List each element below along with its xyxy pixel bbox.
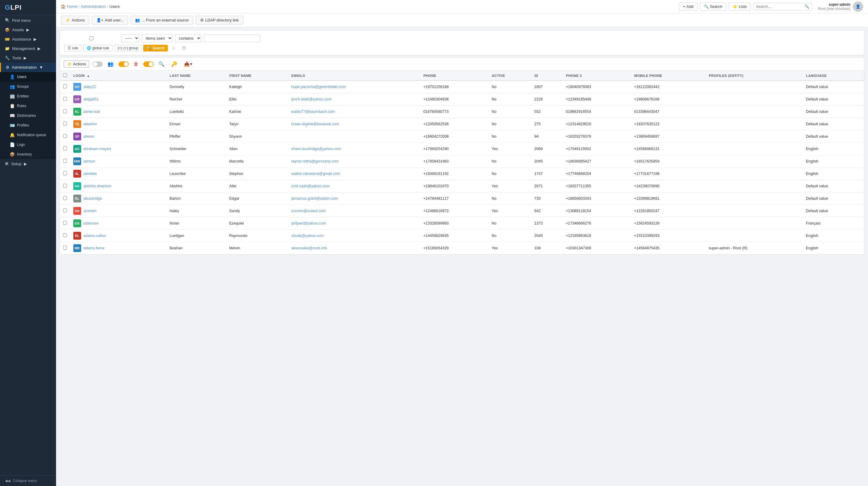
bookmark-icon[interactable]: ☆ bbox=[169, 45, 178, 52]
col-phone2[interactable]: PHONE 2 bbox=[563, 71, 631, 80]
col-first-name[interactable]: FIRST NAME bbox=[226, 71, 288, 80]
global-rule-button[interactable]: 🌐 global rule bbox=[83, 45, 112, 52]
email-link[interactable]: qhilpert@yahoo.com bbox=[291, 221, 326, 225]
email-link[interactable]: zcronin@zulauf.com bbox=[291, 209, 325, 213]
filter-contains-select[interactable]: contains bbox=[175, 34, 202, 42]
row-checkbox[interactable] bbox=[63, 196, 67, 200]
col-language[interactable]: LANGUAGE bbox=[803, 71, 864, 80]
breadcrumb-administration[interactable]: Administration bbox=[81, 4, 106, 9]
col-emails[interactable]: EMAILS bbox=[288, 71, 420, 80]
row-checkbox[interactable] bbox=[63, 246, 67, 250]
user-login-link[interactable]: aboehm bbox=[84, 122, 97, 126]
add-user-button[interactable]: 👤+ Add user... bbox=[92, 16, 128, 25]
wrench-icon[interactable]: 🔑 bbox=[169, 60, 179, 68]
user-login-link[interactable]: aborer bbox=[84, 134, 94, 139]
col-active[interactable]: ACTIVE bbox=[489, 71, 531, 80]
col-last-name[interactable]: LAST NAME bbox=[166, 71, 226, 80]
col-id[interactable]: ID bbox=[531, 71, 563, 80]
export-icon[interactable]: 📤▾ bbox=[182, 60, 194, 68]
magnifier-icon[interactable]: 🔍 bbox=[157, 60, 166, 68]
row-checkbox[interactable] bbox=[63, 221, 67, 225]
sidebar-item-logs[interactable]: 📄 Logs bbox=[0, 140, 56, 150]
group-button[interactable]: (+) (+) group bbox=[114, 45, 142, 52]
select-all-checkbox[interactable] bbox=[63, 73, 67, 77]
people-icon[interactable]: 👥 bbox=[106, 60, 115, 68]
collapse-menu-button[interactable]: ◀◀ Collapse menu bbox=[0, 476, 56, 486]
sidebar-item-dictionaries[interactable]: 📖 Dictionaries bbox=[0, 111, 56, 121]
email-link[interactable]: wkassulke@roob.info bbox=[291, 246, 327, 250]
sidebar-item-notification-queue[interactable]: 🔔 Notification queue bbox=[0, 130, 56, 140]
external-source-button[interactable]: 👥 ... From an external source bbox=[130, 16, 193, 25]
trash-icon[interactable]: 🗑 bbox=[132, 60, 140, 68]
email-link[interactable]: raynor.retha@gorczany.com bbox=[291, 159, 338, 163]
user-login-link[interactable]: abshire.shannon bbox=[84, 184, 112, 188]
rule-button[interactable]: ☰ rule bbox=[64, 45, 82, 52]
sidebar-item-tools[interactable]: 🔧 Tools ▶ bbox=[0, 53, 56, 63]
row-checkbox[interactable] bbox=[63, 159, 67, 163]
user-login-link[interactable]: abuckridge bbox=[84, 196, 102, 201]
email-link[interactable]: jamarcus.grant@walsh.com bbox=[291, 196, 338, 201]
filter-dash-select[interactable]: ----- bbox=[121, 34, 139, 42]
col-phone[interactable]: PHONE bbox=[421, 71, 489, 80]
add-button[interactable]: + Add bbox=[679, 2, 698, 10]
sidebar-find-menu[interactable]: 🔍 Find menu bbox=[0, 15, 56, 25]
row-checkbox[interactable] bbox=[63, 97, 67, 101]
user-login-link[interactable]: acorwin bbox=[84, 209, 97, 213]
email-link[interactable]: walker.cleveland@gmail.com bbox=[291, 171, 340, 176]
email-link[interactable]: lynch.lelah@yahoo.com bbox=[291, 97, 331, 101]
row-checkbox[interactable] bbox=[63, 208, 67, 213]
col-login[interactable]: LOGIN ▲ bbox=[70, 71, 166, 80]
actions-button[interactable]: ⚡ Actions bbox=[61, 16, 89, 25]
email-link[interactable]: xbode@yahoo.com bbox=[291, 234, 324, 238]
settings-icon[interactable]: ⏱ bbox=[180, 45, 188, 52]
user-login-link[interactable]: abigail51 bbox=[84, 97, 99, 101]
user-login-link[interactable]: abraham.mayert bbox=[84, 147, 111, 151]
filter-value-input[interactable] bbox=[204, 34, 260, 42]
row-checkbox[interactable] bbox=[63, 85, 67, 88]
row-checkbox[interactable] bbox=[63, 171, 67, 175]
email-link[interactable]: crist.nash@yahoo.com bbox=[291, 184, 330, 188]
email-link[interactable]: howe.virginie@kovacek.com bbox=[291, 122, 339, 126]
sidebar-item-management[interactable]: 📁 Management ▶ bbox=[0, 44, 56, 53]
user-login-link[interactable]: abner.kub bbox=[84, 109, 100, 114]
toggle-1[interactable] bbox=[92, 61, 103, 67]
sidebar-item-setup[interactable]: 🛠 Setup ▶ bbox=[0, 159, 56, 168]
user-login-link[interactable]: adamore bbox=[84, 221, 98, 225]
email-link[interactable]: waldo77@baumbach.com bbox=[291, 109, 335, 114]
ldap-button[interactable]: ⚙ LDAP directory link bbox=[196, 16, 243, 25]
col-mobile[interactable]: MOBILE PHONE bbox=[631, 71, 706, 80]
search-button[interactable]: 🔍 Search bbox=[700, 2, 726, 10]
sidebar-item-inventory[interactable]: 📦 Inventory bbox=[0, 150, 56, 159]
filter-checkbox[interactable] bbox=[64, 36, 119, 40]
sidebar-item-entities[interactable]: 🏢 Entities bbox=[0, 91, 56, 101]
row-checkbox[interactable] bbox=[63, 233, 67, 237]
sidebar-item-rules[interactable]: 📋 Rules bbox=[0, 101, 56, 111]
sidebar-item-groups[interactable]: 👥 Groups bbox=[0, 82, 56, 91]
sidebar-item-administration[interactable]: ⚙ Administration ▼ bbox=[0, 63, 56, 72]
user-login-link[interactable]: adams.ferne bbox=[84, 246, 104, 250]
row-checkbox[interactable] bbox=[63, 134, 67, 138]
toggle-2[interactable] bbox=[118, 61, 129, 67]
row-checkbox[interactable] bbox=[63, 109, 67, 113]
email-link[interactable]: hope.pacocha@greenfelder.com bbox=[291, 85, 346, 89]
row-checkbox[interactable] bbox=[63, 184, 67, 188]
avatar[interactable]: 👤 bbox=[853, 1, 863, 12]
row-checkbox[interactable] bbox=[63, 122, 67, 126]
breadcrumb-home[interactable]: Home bbox=[67, 4, 78, 9]
user-login-link[interactable]: adams.colton bbox=[84, 234, 106, 238]
row-checkbox[interactable] bbox=[63, 147, 67, 151]
filter-items-seen-select[interactable]: Items seen bbox=[142, 34, 173, 42]
col-profiles[interactable]: PROFILES (ENTITY) bbox=[706, 71, 803, 80]
search-input[interactable] bbox=[756, 4, 804, 9]
user-login-link[interactable]: abby22 bbox=[84, 85, 96, 89]
lists-button[interactable]: ⭐ Lists bbox=[729, 2, 751, 10]
sidebar-item-profiles[interactable]: 🪪 Profiles bbox=[0, 121, 56, 130]
sidebar-item-assistance[interactable]: 🎫 Assistance ▶ bbox=[0, 34, 56, 44]
user-login-link[interactable]: abrekke bbox=[84, 171, 97, 176]
email-link[interactable]: chaim.buckridge@yahoo.com bbox=[291, 147, 341, 151]
sidebar-item-users[interactable]: 👤 Users bbox=[0, 72, 56, 82]
sidebar-item-assets[interactable]: 📦 Assets ▶ bbox=[0, 25, 56, 34]
user-login-link[interactable]: abraun bbox=[84, 159, 95, 163]
toggle-active[interactable] bbox=[143, 61, 154, 67]
table-actions-button[interactable]: ⚡ Actions bbox=[64, 60, 89, 68]
